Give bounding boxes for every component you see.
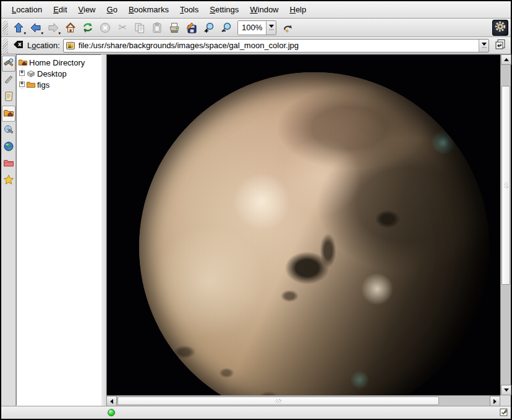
tree-item-home-directory[interactable]: Home Directory: [18, 57, 101, 68]
stop-icon: [99, 22, 111, 34]
sidebar-configure-button[interactable]: [2, 56, 15, 72]
sidebar-network-button[interactable]: [2, 139, 15, 155]
menu-edit[interactable]: Edit: [48, 2, 72, 17]
folder-icon: [26, 80, 36, 90]
home-icon: [64, 22, 77, 34]
tree-item-figs[interactable]: + figs: [18, 79, 101, 90]
root-folder-icon: [3, 158, 14, 170]
sidebar-home-directory-button[interactable]: [2, 106, 15, 122]
desktop-icon: [26, 69, 36, 78]
print-button[interactable]: [166, 20, 183, 36]
menu-go[interactable]: Go: [101, 2, 123, 17]
vertical-scrollbar[interactable]: [500, 54, 511, 395]
tree-item-label: figs: [36, 80, 49, 90]
moon-image: [139, 72, 489, 395]
cut-icon: ✂: [118, 21, 127, 34]
stop-button[interactable]: [96, 20, 114, 36]
panel-splitter[interactable]: [101, 54, 106, 406]
forward-button[interactable]: ▾: [45, 20, 62, 36]
expand-desktop-button[interactable]: +: [19, 70, 25, 76]
menu-bar: Location Edit View Go Bookmarks Tools Se…: [1, 1, 511, 19]
bookmarks-icon: [3, 74, 14, 87]
main-toolbar: ▾ ▾ ▾ ✂: [1, 19, 511, 37]
location-toolbar: Location:: [1, 37, 511, 54]
konqueror-logo: [492, 20, 508, 36]
sidebar-services-button[interactable]: [2, 172, 15, 188]
go-icon: [495, 39, 506, 52]
go-button[interactable]: [492, 38, 508, 53]
vertical-scrollbar-thumb[interactable]: [501, 86, 510, 285]
copy-button[interactable]: [131, 20, 148, 36]
print-icon: [168, 22, 181, 34]
expand-figs-button[interactable]: +: [19, 82, 25, 87]
url-combobox: [63, 39, 489, 52]
tree-item-label: Home Directory: [28, 58, 85, 67]
back-button[interactable]: ▾: [27, 20, 45, 36]
zoom-in-button[interactable]: [200, 20, 218, 36]
home-directory-icon: [3, 107, 14, 120]
forward-dropdown-arrow-icon[interactable]: ▾: [58, 31, 61, 35]
scroll-left-arrow-icon: [110, 399, 113, 404]
horizontal-scrollbar[interactable]: [106, 395, 500, 406]
tree-item-label: Desktop: [36, 69, 67, 78]
zoom-level-value: 100%: [238, 21, 266, 35]
reload-button[interactable]: [79, 20, 96, 36]
sidebar-system-button[interactable]: [2, 122, 15, 138]
up-button[interactable]: ▾: [10, 20, 27, 36]
menu-window[interactable]: Window: [244, 2, 284, 17]
zoom-level-combobox[interactable]: 100%: [237, 20, 276, 35]
system-icon: [3, 124, 14, 137]
menu-location[interactable]: Location: [6, 2, 48, 17]
sidebar-history-button[interactable]: [2, 89, 15, 105]
services-icon: [3, 174, 14, 187]
rotate-icon: [281, 22, 294, 34]
scroll-right-button[interactable]: [490, 396, 500, 406]
location-url-input[interactable]: [77, 41, 479, 50]
scroll-down-button[interactable]: [501, 385, 511, 395]
cut-button[interactable]: ✂: [114, 20, 131, 36]
zoom-in-icon: [203, 22, 215, 34]
konqueror-window: Location Edit View Go Bookmarks Tools Se…: [0, 0, 512, 420]
menu-settings[interactable]: Settings: [204, 2, 244, 17]
folder-tree-panel: Home Directory + Desktop + figs: [16, 54, 101, 406]
up-icon: [12, 22, 25, 34]
menu-tools[interactable]: Tools: [174, 2, 204, 17]
menu-view[interactable]: View: [73, 2, 101, 17]
scroll-right-arrow-icon: [493, 399, 497, 404]
scrollbar-corner: [500, 395, 511, 406]
back-dropdown-arrow-icon[interactable]: ▾: [41, 31, 43, 35]
menu-bookmarks[interactable]: Bookmarks: [123, 2, 174, 17]
konqueror-logo-icon: [494, 20, 506, 35]
save-as-button[interactable]: [183, 20, 200, 36]
paste-button[interactable]: [148, 20, 166, 36]
scroll-down-arrow-icon: [504, 388, 509, 392]
zoom-out-icon: [220, 22, 233, 34]
menu-help[interactable]: Help: [284, 2, 312, 17]
zoom-combo-arrow-icon[interactable]: [266, 21, 276, 35]
url-combo-arrow-icon[interactable]: [479, 40, 489, 52]
clear-location-button[interactable]: [13, 40, 24, 51]
toolbar-handle[interactable]: [2, 20, 8, 35]
rotate-button[interactable]: [279, 20, 296, 36]
sidebar-bookmarks-button[interactable]: [2, 72, 15, 88]
sidebar-root-folder-button[interactable]: [2, 156, 15, 172]
save-as-icon: [186, 22, 198, 34]
reload-icon: [82, 22, 94, 34]
home-button[interactable]: [62, 20, 79, 36]
history-icon: [3, 91, 14, 104]
scroll-up-button[interactable]: [501, 54, 511, 65]
horizontal-scrollbar-thumb[interactable]: [117, 397, 439, 405]
tree-item-desktop[interactable]: + Desktop: [18, 68, 101, 79]
up-dropdown-arrow-icon[interactable]: ▾: [23, 31, 26, 35]
scroll-left-button[interactable]: [106, 396, 117, 406]
paste-icon: [151, 22, 163, 34]
image-view-container: [106, 54, 511, 406]
zoom-out-button[interactable]: [218, 20, 235, 36]
statusbar-corner-icon[interactable]: [500, 408, 508, 418]
location-toolbar-handle[interactable]: [2, 38, 8, 53]
statusbar-led-icon: [108, 409, 115, 416]
location-label: Location:: [27, 41, 60, 50]
url-file-icon: [64, 41, 77, 51]
status-bar: [1, 406, 511, 419]
network-icon: [3, 141, 14, 154]
